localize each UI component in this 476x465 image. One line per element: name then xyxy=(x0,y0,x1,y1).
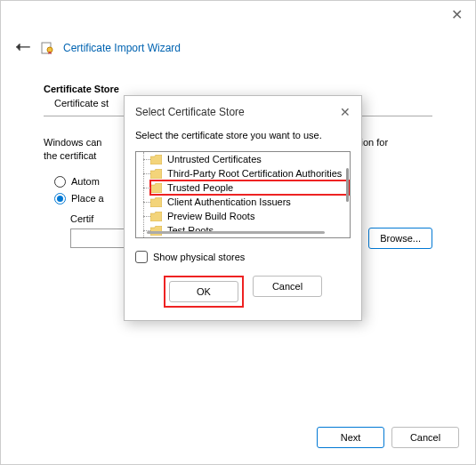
dialog-titlebar: Select Certificate Store ✕ xyxy=(125,96,361,130)
section-heading: Certificate Store xyxy=(44,84,432,94)
next-button[interactable]: Next xyxy=(317,427,384,448)
tree-item-trusted-people[interactable]: Trusted People xyxy=(150,180,350,195)
tree-item[interactable]: Client Authentication Issuers xyxy=(150,195,350,209)
header: 🠐 Certificate Import Wizard xyxy=(1,1,475,57)
folder-icon xyxy=(150,183,162,193)
cancel-button[interactable]: Cancel xyxy=(253,276,322,297)
radio-icon xyxy=(54,193,66,204)
dialog-buttons: OK Cancel xyxy=(135,276,351,308)
footer-buttons: Next Cancel xyxy=(317,427,459,448)
radio-icon xyxy=(54,176,66,188)
browse-button[interactable]: Browse... xyxy=(368,228,432,249)
tree-item[interactable]: Third-Party Root Certification Authoriti… xyxy=(150,166,350,180)
checkbox-icon xyxy=(135,251,148,263)
back-arrow-icon[interactable]: 🠐 xyxy=(15,38,31,57)
page-title: Certificate Import Wizard xyxy=(63,42,181,54)
dialog-title: Select Certificate Store xyxy=(135,106,245,118)
tree-item[interactable]: Test Roots xyxy=(150,223,350,237)
close-icon[interactable]: ✕ xyxy=(340,105,351,119)
folder-icon xyxy=(150,169,162,179)
select-store-dialog: Select Certificate Store ✕ Select the ce… xyxy=(124,95,362,321)
ok-highlight: OK xyxy=(164,276,244,308)
close-icon[interactable]: ✕ xyxy=(451,8,463,22)
folder-icon xyxy=(150,155,162,164)
show-physical-checkbox[interactable]: Show physical stores xyxy=(135,251,351,263)
folder-icon xyxy=(150,197,162,207)
scrollbar-horizontal[interactable] xyxy=(147,231,325,234)
certificate-icon xyxy=(40,41,54,55)
scrollbar-vertical[interactable] xyxy=(346,168,349,202)
folder-icon xyxy=(150,212,162,221)
dialog-message: Select the certificate store you want to… xyxy=(135,130,351,140)
store-tree[interactable]: Untrusted Certificates Third-Party Root … xyxy=(135,151,351,238)
tree-item[interactable]: Untrusted Certificates xyxy=(150,152,350,166)
tree-item[interactable]: Preview Build Roots xyxy=(150,209,350,223)
cancel-button[interactable]: Cancel xyxy=(391,427,459,448)
wizard-window: ✕ 🠐 Certificate Import Wizard Certificat… xyxy=(0,0,476,465)
ok-button[interactable]: OK xyxy=(169,281,238,302)
